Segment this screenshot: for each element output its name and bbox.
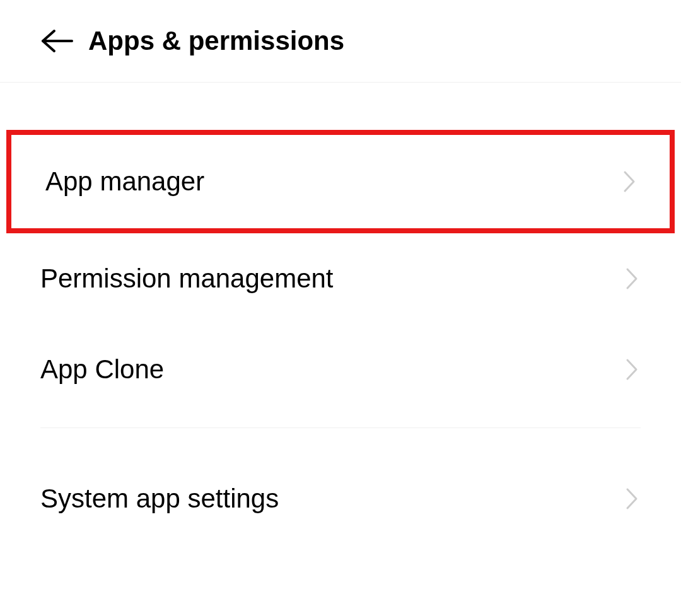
chevron-right-icon	[623, 265, 641, 293]
list-item-label: App manager	[45, 166, 204, 197]
back-arrow-icon[interactable]	[38, 25, 76, 57]
list-item-label: Permission management	[40, 264, 334, 294]
list-item-label: System app settings	[40, 484, 279, 514]
page-title: Apps & permissions	[88, 26, 344, 56]
settings-list: App manager Permission management App Cl…	[0, 83, 681, 544]
list-item-label: App Clone	[40, 354, 164, 385]
header: Apps & permissions	[0, 0, 681, 83]
chevron-right-icon	[620, 168, 638, 195]
chevron-right-icon	[623, 356, 641, 383]
chevron-right-icon	[623, 485, 641, 513]
divider	[40, 427, 641, 428]
list-item-permission-management[interactable]: Permission management	[0, 233, 681, 324]
list-item-app-clone[interactable]: App Clone	[0, 324, 681, 415]
list-item-app-manager[interactable]: App manager	[6, 130, 675, 233]
list-item-system-app-settings[interactable]: System app settings	[0, 453, 681, 544]
